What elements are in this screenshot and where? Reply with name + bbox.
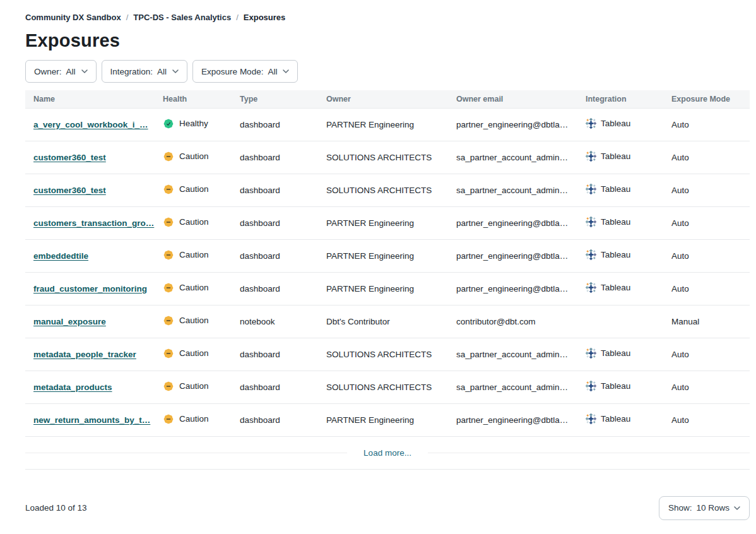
integration-cell: Tableau [586, 371, 671, 403]
exposure-name-link[interactable]: manual_exposure [33, 317, 106, 326]
health-label: Caution [179, 348, 209, 358]
health-badge: Caution [163, 348, 209, 359]
exposure-name-link[interactable]: metadata_products [33, 383, 112, 392]
owner-cell: PARTNER Engineering [326, 239, 456, 272]
name-cell: customer360_test [25, 174, 163, 206]
table-row: customers_transaction_gro… Caution dashb… [25, 206, 750, 239]
tableau-icon [586, 217, 596, 227]
table-row: new_return_amounts_by_t… Caution dashboa… [25, 403, 750, 436]
exposure-name-link[interactable]: embeddedtile [33, 251, 88, 261]
exposure-name-link[interactable]: fraud_customer_monitoring [33, 284, 147, 294]
exposure-name-link[interactable]: customers_transaction_gro… [33, 218, 154, 228]
column-header-integration: Integration [586, 90, 671, 108]
health-cell: Caution [163, 141, 240, 174]
load-more-link[interactable]: Load more... [363, 448, 411, 458]
integration-cell: Tableau [586, 403, 671, 436]
exposure-name-link[interactable]: customer360_test [33, 153, 106, 162]
health-seal-icon [163, 184, 174, 195]
health-label: Caution [179, 250, 209, 259]
chevron-down-icon [734, 506, 740, 510]
exposures-page: Community DX Sandbox / TPC-DS - Sales An… [0, 0, 756, 534]
health-badge: Caution [163, 413, 209, 425]
filter-bar: Owner: All Integration: All Exposure Mod… [25, 60, 750, 83]
exposure-mode-cell: Auto [671, 108, 750, 141]
integration-label: Tableau [601, 250, 630, 259]
health-label: Caution [179, 414, 209, 424]
table-row: manual_exposure Caution notebook Dbt's C… [25, 305, 750, 338]
name-cell: a_very_cool_workbook_i_… [25, 108, 163, 141]
integration-cell-content: Tableau [586, 118, 630, 129]
name-cell: new_return_amounts_by_t… [25, 403, 163, 436]
owner-cell: SOLUTIONS ARCHITECTS [326, 174, 456, 206]
integration-filter-dropdown[interactable]: Integration: All [102, 60, 188, 83]
name-cell: customer360_test [25, 141, 163, 174]
health-badge: Caution [163, 249, 209, 261]
exposure-name-link[interactable]: customer360_test [33, 186, 106, 195]
column-header-health: Health [163, 90, 240, 108]
health-cell: Caution [163, 371, 240, 403]
type-cell: notebook [240, 305, 326, 338]
table-row: customer360_test Caution dashboard SOLUT… [25, 141, 750, 174]
exposure-mode-cell: Auto [671, 371, 750, 403]
show-rows-label: Show: [668, 503, 692, 513]
exposure-name-link[interactable]: a_very_cool_workbook_i_… [33, 120, 148, 129]
breadcrumb-item-environment[interactable]: TPC-DS - Sales Analytics [133, 13, 231, 22]
integration-label: Tableau [601, 414, 630, 424]
health-badge: Caution [163, 381, 209, 392]
health-label: Caution [179, 283, 209, 292]
tableau-icon [586, 118, 596, 129]
name-cell: fraud_customer_monitoring [25, 272, 163, 305]
integration-cell: Tableau [586, 108, 671, 141]
show-rows-value: 10 Rows [696, 503, 729, 513]
type-cell: dashboard [240, 141, 326, 174]
owner-email-cell: contributor@dbt.com [456, 305, 586, 338]
owner-email-cell: sa_partner_account_admin… [456, 338, 586, 371]
exposure-mode-filter-value: All [268, 67, 277, 76]
name-cell: embeddedtile [25, 239, 163, 272]
integration-cell: Tableau [586, 272, 671, 305]
owner-cell: PARTNER Engineering [326, 403, 456, 436]
chevron-down-icon [81, 69, 88, 73]
health-seal-icon [163, 249, 174, 261]
page-title: Exposures [25, 30, 750, 51]
health-cell: Caution [163, 338, 240, 371]
owner-filter-value: All [66, 67, 76, 76]
exposure-name-link[interactable]: new_return_amounts_by_t… [33, 415, 150, 425]
exposure-mode-filter-dropdown[interactable]: Exposure Mode: All [192, 60, 298, 83]
exposure-mode-cell: Auto [671, 206, 750, 239]
exposure-mode-cell: Auto [671, 174, 750, 206]
owner-cell: PARTNER Engineering [326, 108, 456, 141]
health-label: Caution [179, 184, 209, 194]
health-badge: Caution [163, 184, 209, 195]
exposure-mode-cell: Auto [671, 338, 750, 371]
name-cell: manual_exposure [25, 305, 163, 338]
integration-cell-content: Tableau [586, 151, 630, 162]
health-seal-icon [163, 151, 174, 162]
owner-cell: SOLUTIONS ARCHITECTS [326, 371, 456, 403]
owner-filter-dropdown[interactable]: Owner: All [25, 60, 97, 83]
type-cell: dashboard [240, 272, 326, 305]
breadcrumb: Community DX Sandbox / TPC-DS - Sales An… [25, 13, 750, 22]
tableau-icon [586, 184, 596, 194]
breadcrumb-separator: / [236, 13, 239, 22]
show-rows-dropdown[interactable]: Show: 10 Rows [659, 496, 750, 520]
column-header-owner-email: Owner email [456, 90, 586, 108]
health-seal-icon [163, 282, 174, 294]
owner-email-cell: partner_engineering@dbtla… [456, 239, 586, 272]
tableau-icon [586, 348, 596, 359]
health-label: Caution [179, 217, 209, 227]
health-seal-icon [163, 413, 174, 425]
health-seal-icon [163, 315, 174, 326]
integration-cell-content: Tableau [586, 381, 630, 391]
breadcrumb-item-project[interactable]: Community DX Sandbox [25, 13, 121, 22]
table-header-row: Name Health Type Owner Owner email Integ… [25, 90, 750, 108]
owner-email-cell: sa_partner_account_admin… [456, 141, 586, 174]
table-row: embeddedtile Caution dashboard PARTNER E… [25, 239, 750, 272]
name-cell: customers_transaction_gro… [25, 206, 163, 239]
integration-cell: Tableau [586, 239, 671, 272]
name-cell: metadata_people_tracker [25, 338, 163, 371]
integration-cell-content: Tableau [586, 282, 630, 293]
exposure-name-link[interactable]: metadata_people_tracker [33, 350, 136, 359]
column-header-owner: Owner [326, 90, 456, 108]
table-row: metadata_people_tracker Caution dashboar… [25, 338, 750, 371]
